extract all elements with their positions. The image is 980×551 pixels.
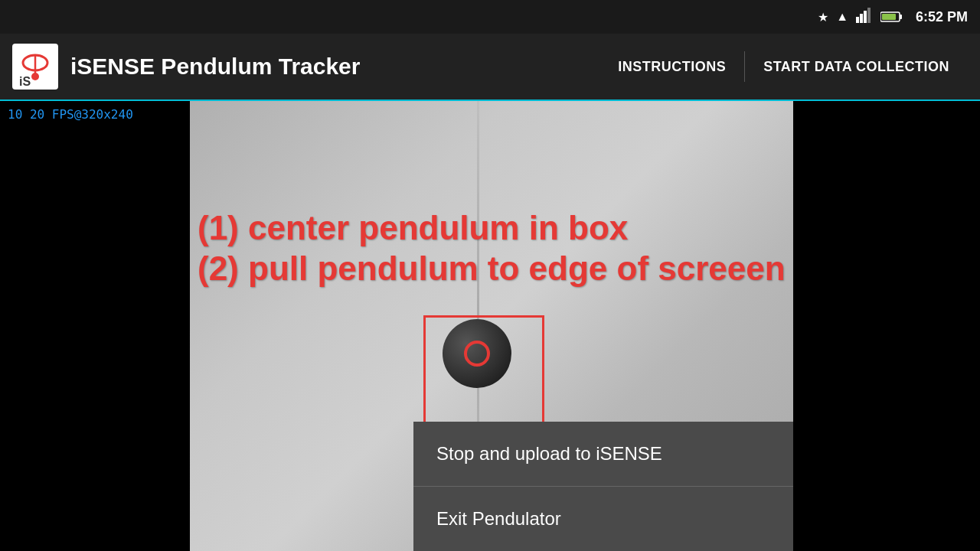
status-bar: ★ ▲ 6:52 PM bbox=[0, 0, 980, 34]
app-logo: iS bbox=[12, 44, 58, 90]
app-title: iSENSE Pendulum Tracker bbox=[70, 54, 599, 80]
svg-rect-6 bbox=[882, 14, 896, 20]
stop-upload-menu-item[interactable]: Stop and upload to iSENSE bbox=[413, 422, 793, 486]
main-content: 10 20 FPS@320x240 (1) center pendulum in… bbox=[0, 101, 980, 551]
signal-icon bbox=[856, 8, 873, 26]
instruction-line-1: (1) center pendulum in box bbox=[198, 208, 793, 249]
svg-rect-0 bbox=[856, 17, 859, 23]
battery-icon bbox=[880, 11, 903, 23]
wifi-icon: ▲ bbox=[836, 10, 848, 24]
bluetooth-icon: ★ bbox=[818, 10, 828, 24]
svg-rect-2 bbox=[864, 11, 867, 23]
instruction-line-2: (2) pull pendulum to edge of screeen bbox=[198, 249, 793, 289]
svg-text:iS: iS bbox=[19, 75, 31, 87]
svg-rect-1 bbox=[860, 14, 863, 23]
dropdown-menu: Stop and upload to iSENSE Exit Pendulato… bbox=[413, 422, 793, 551]
exit-pendulator-menu-item[interactable]: Exit Pendulator bbox=[413, 486, 793, 551]
svg-rect-3 bbox=[867, 8, 871, 23]
camera-view: (1) center pendulum in box (2) pull pend… bbox=[190, 101, 793, 551]
app-header: iS iSENSE Pendulum Tracker INSTRUCTIONS … bbox=[0, 34, 980, 101]
left-panel: 10 20 FPS@320x240 bbox=[0, 101, 190, 551]
svg-point-10 bbox=[31, 73, 39, 80]
time-display: 6:52 PM bbox=[916, 9, 968, 25]
fps-display: 10 20 FPS@320x240 bbox=[8, 107, 133, 122]
instructions-nav-item[interactable]: INSTRUCTIONS bbox=[599, 34, 744, 99]
right-panel bbox=[793, 101, 980, 551]
header-nav: INSTRUCTIONS START DATA COLLECTION bbox=[599, 34, 968, 99]
instruction-overlay: (1) center pendulum in box (2) pull pend… bbox=[190, 208, 793, 289]
start-data-collection-button[interactable]: START DATA COLLECTION bbox=[745, 34, 968, 99]
svg-rect-5 bbox=[900, 15, 902, 19]
